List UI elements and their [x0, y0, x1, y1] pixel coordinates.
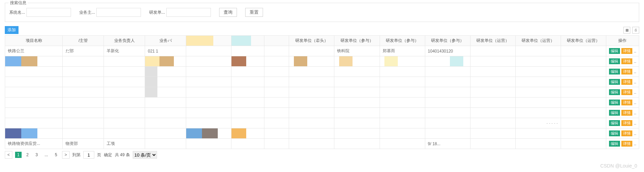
table-row[interactable]: 编辑详情... — [5, 67, 639, 77]
table-row[interactable]: 编辑 详情 ... — [5, 56, 639, 67]
th-dev-part3[interactable]: 研发单位（参与） — [425, 36, 470, 46]
table-row[interactable]: 编辑详情... — [5, 108, 639, 118]
cell — [186, 56, 231, 67]
table-row[interactable]: 铁路物资供应货... 物资部 工项 9/ 18... 编辑详情... — [5, 139, 639, 149]
cell — [470, 56, 515, 67]
cell — [264, 56, 289, 67]
table-row[interactable]: 编辑详情... — [5, 87, 639, 98]
cell-dev-p3: 10401430120 — [425, 46, 470, 56]
edit-button[interactable]: 编辑 — [609, 110, 620, 116]
cell-redacted — [334, 56, 380, 67]
data-table-wrap: 项目名称 /主管 业务负责人 业务バ 研发单位（牵头） 研发单位（参与） 研发单… — [5, 35, 639, 149]
page-3[interactable]: 3 — [33, 152, 40, 158]
search-row: 系统名... 业务主... 研发单... 查询 重置 — [9, 8, 635, 17]
business-owner-label: 业务主... — [79, 10, 95, 15]
search-panel: 搜索信息 系统名... 业务主... 研发单... 查询 重置 — [5, 3, 639, 22]
cell-dev-o3 — [561, 46, 606, 56]
system-name-field: 系统名... — [9, 8, 71, 17]
page-5[interactable]: 5 — [53, 152, 59, 158]
more-button[interactable]: ... — [634, 69, 636, 74]
cell-r2 — [231, 46, 264, 56]
page-1[interactable]: 1 — [15, 152, 22, 158]
more-button[interactable]: ... — [634, 49, 636, 54]
table-row[interactable]: 编辑详情... — [5, 128, 639, 139]
th-dev-ops2[interactable]: 研发单位（运营） — [515, 36, 561, 46]
export-icon[interactable]: ⎙ — [632, 27, 639, 34]
th-op: 操作 — [606, 36, 639, 46]
table-row[interactable]: - - - - -编辑详情... — [5, 118, 639, 128]
add-button[interactable]: 添加 — [5, 26, 19, 34]
edit-button[interactable]: 编辑 — [609, 48, 620, 54]
cell-dept: 物资部 — [63, 139, 104, 149]
per-page-select[interactable]: 10 条/页 — [133, 151, 157, 159]
cell-dev-p2: 郑基而 — [380, 46, 425, 56]
detail-button[interactable]: 详情 — [621, 69, 632, 74]
th-dev-ops1[interactable]: 研发单位（运营） — [470, 36, 515, 46]
system-name-input[interactable] — [26, 8, 71, 17]
page-unit: 页 — [97, 152, 101, 158]
more-button[interactable]: ... — [634, 80, 636, 84]
th-dev-part2[interactable]: 研发单位（参与） — [380, 36, 425, 46]
reset-button[interactable]: 重置 — [245, 8, 263, 17]
dev-unit-input[interactable] — [166, 8, 211, 17]
cell-r1 — [186, 46, 231, 56]
more-button[interactable]: ... — [634, 100, 636, 105]
more-button[interactable]: ... — [634, 141, 636, 146]
edit-button[interactable]: 编辑 — [609, 100, 620, 105]
detail-button[interactable]: 详情 — [621, 79, 632, 85]
cell-project-name: 铁路物资供应货... — [5, 139, 63, 149]
more-button[interactable]: ... — [634, 131, 636, 136]
detail-button[interactable]: 详情 — [621, 58, 632, 64]
th-redacted-2 — [231, 36, 264, 46]
th-project-name[interactable]: 项目名称 — [5, 36, 63, 46]
th-biz-owner[interactable]: 业务负责人 — [104, 36, 145, 46]
page-2[interactable]: 2 — [24, 152, 31, 158]
more-button[interactable]: ... — [634, 111, 636, 115]
edit-button[interactable]: 编辑 — [609, 69, 620, 74]
detail-button[interactable]: 详情 — [621, 100, 632, 105]
edit-button[interactable]: 编辑 — [609, 58, 620, 64]
data-table: 项目名称 /主管 业务负责人 业务バ 研发单位（牵头） 研发单位（参与） 研发单… — [5, 35, 639, 149]
more-button[interactable]: ... — [634, 121, 636, 126]
cell-op: 编辑 详情 ... — [606, 56, 639, 67]
business-owner-input[interactable] — [96, 8, 141, 17]
th-dev-lead[interactable]: 研发单位（牵头） — [289, 36, 334, 46]
th-biz-sub[interactable]: 业务バ — [145, 36, 186, 46]
columns-icon[interactable]: ▦ — [623, 27, 630, 34]
goto-confirm[interactable]: 确定 — [104, 152, 112, 158]
cell-biz: 021 1 — [145, 46, 186, 56]
next-page-button[interactable]: > — [62, 151, 70, 159]
detail-button[interactable]: 详情 — [621, 120, 632, 126]
cell-redacted — [425, 56, 470, 67]
more-button[interactable]: ... — [634, 59, 636, 64]
edit-button[interactable]: 编辑 — [609, 120, 620, 126]
edit-button[interactable]: 编辑 — [609, 130, 620, 136]
th-dev-part1[interactable]: 研发单位（参与） — [334, 36, 380, 46]
dev-unit-field: 研发单... — [149, 8, 211, 17]
cell-op: 编辑详情... — [606, 98, 639, 108]
cell-redacted — [289, 56, 334, 67]
cell-dev-o2 — [515, 46, 561, 56]
more-button[interactable]: ... — [634, 90, 636, 95]
table-row[interactable]: 铁路公兰 だ部 羊新化 021 1 铁科院 郑基而 10401430120 编辑… — [5, 46, 639, 56]
detail-button[interactable]: 详情 — [621, 89, 632, 95]
prev-page-button[interactable]: < — [5, 151, 12, 159]
pagination: < 1 2 3 ... 5 > 到第 页 确定 共 49 条 10 条/页 — [5, 151, 639, 159]
detail-button[interactable]: 详情 — [621, 48, 632, 54]
th-dev-ops3[interactable]: 研发单位（运营） — [561, 36, 606, 46]
edit-button[interactable]: 编辑 — [609, 79, 620, 85]
detail-button[interactable]: 详情 — [621, 130, 632, 136]
th-dept-head[interactable]: /主管 — [63, 36, 104, 46]
detail-button[interactable]: 详情 — [621, 110, 632, 116]
cell-dev-o1 — [470, 46, 515, 56]
table-row[interactable]: 编辑详情... — [5, 77, 639, 87]
edit-button[interactable]: 编辑 — [609, 89, 620, 95]
goto-page-input[interactable] — [83, 151, 94, 159]
edit-button[interactable]: 编辑 — [609, 141, 620, 147]
table-header-row: 项目名称 /主管 业务负责人 业务バ 研发单位（牵头） 研发单位（参与） 研发单… — [5, 36, 639, 46]
query-button[interactable]: 查询 — [219, 8, 237, 17]
detail-button[interactable]: 详情 — [621, 141, 632, 147]
cell-op: 编辑详情... — [606, 108, 639, 118]
search-panel-title: 搜索信息 — [9, 0, 28, 6]
table-row[interactable]: 编辑详情... — [5, 98, 639, 108]
